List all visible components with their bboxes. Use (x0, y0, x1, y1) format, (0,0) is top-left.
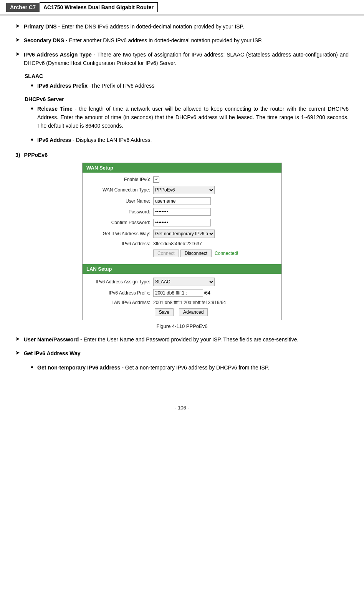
primary-dns-text: Primary DNS - Enter the DNS IPv6 address… (24, 22, 349, 31)
ipv6-address-row: IPv6 Address: 3ffe::dd58:46eb:22f:637 (89, 241, 275, 246)
secondary-dns-bold: Secondary DNS (24, 37, 64, 43)
ipv6-assign-type-text: IPv6 Address Assign Type - There are two… (24, 50, 349, 68)
release-time-bold: Release Time (37, 106, 73, 112)
primary-dns-item: ➤ Primary DNS - Enter the DNS IPv6 addre… (15, 22, 349, 31)
wan-setup-header: WAN Setup (83, 163, 281, 173)
ipv6-address-bold: IPv6 Address (37, 137, 71, 143)
get-non-temporary-item: • Get non-temporary IPv6 address - Get a… (31, 363, 349, 373)
bullet-arrow: ➤ (15, 23, 20, 29)
page-title: AC1750 Wireless Dual Band Gigabit Router (40, 2, 158, 12)
wan-setup-container: WAN Setup Enable IPv6: ✓ WAN Connection … (82, 163, 282, 320)
connect-buttons-row: Connect Disconnect Connected! (89, 250, 275, 257)
lan-address-prefix-input[interactable] (153, 289, 203, 297)
ipv6-address-value: 3ffe::dd58:46eb:22f:637 (153, 241, 202, 246)
release-time-item: • Release Time - the length of time a ne… (31, 105, 349, 130)
get-ipv6-way-select[interactable]: Get non-temporary IPv6 address (153, 230, 215, 238)
get-ipv6-way-item: ➤ Get IPv6 Address Way (15, 349, 349, 358)
confirm-password-value (153, 219, 211, 226)
ipv6-address-static: 3ffe::dd58:46eb:22f:637 (153, 241, 202, 246)
lan-ipv6-address-value: 2001:db8:ffff:1:20a:ebff:fe13:919/64 (153, 300, 226, 305)
secondary-dns-text: Secondary DNS - Enter another DNS IPv6 a… (24, 36, 349, 45)
get-ipv6-way-row: Get IPv6 Address Way: Get non-temporary … (89, 230, 275, 238)
page-header: Archer C7 AC1750 Wireless Dual Band Giga… (0, 0, 364, 15)
enable-ipv6-row: Enable IPv6: ✓ (89, 176, 275, 183)
connect-button[interactable]: Connect (153, 250, 179, 257)
ipv6-address-text: IPv6 Address - Displays the LAN IPv6 Add… (37, 136, 349, 144)
get-non-temporary-text: Get non-temporary IPv6 address - Get a n… (37, 363, 349, 372)
connect-buttons: Connect Disconnect Connected! (153, 250, 238, 257)
lan-assign-type-value: SLAAC (153, 278, 215, 286)
password-value (153, 208, 211, 216)
section3-title: PPPoEv6 (24, 152, 47, 158)
wan-connection-type-row: WAN Connection Type: PPPoEv6 (89, 186, 275, 194)
ipv6-address-item: • IPv6 Address - Displays the LAN IPv6 A… (31, 136, 349, 145)
disconnect-button[interactable]: Disconnect (180, 250, 212, 257)
advanced-button[interactable]: Advanced (179, 308, 208, 316)
dot-bullet-4: • (31, 362, 33, 373)
user-name-password-text: User Name/Password - Enter the User Name… (24, 335, 349, 344)
lan-address-prefix-value: /64 (153, 289, 210, 297)
slaac-header: SLAAC (25, 73, 349, 79)
dot-bullet-2: • (31, 103, 33, 114)
release-time-text: Release Time - the length of time a netw… (37, 105, 349, 130)
bullet-arrow-5: ➤ (15, 349, 20, 356)
lan-setup-header: LAN Setup (83, 264, 281, 274)
confirm-password-label: Confirm Password: (89, 220, 150, 225)
figure-caption: Figure 4-110 PPPoEv6 (15, 323, 349, 329)
enable-ipv6-value: ✓ (153, 176, 159, 183)
section3-header: 3) PPPoEv6 (15, 152, 349, 158)
lan-assign-type-row: IPv6 Address Assign Type: SLAAC (89, 278, 275, 286)
get-ipv6-way-bold: Get IPv6 Address Way (24, 350, 81, 356)
slaac-prefix-text: IPv6 Address Prefix -The Prefix of IPv6 … (37, 82, 349, 90)
bullet-arrow-3: ➤ (15, 51, 20, 57)
wan-connection-type-label: WAN Connection Type: (89, 187, 150, 193)
lan-address-prefix-label: IPv6 Address Prefix: (89, 290, 150, 296)
primary-dns-bold: Primary DNS (24, 23, 57, 30)
page-number: - 106 - (175, 405, 189, 411)
ipv6-assign-type-item: ➤ IPv6 Address Assign Type - There are t… (15, 50, 349, 68)
dot-bullet-1: • (31, 80, 33, 91)
lan-address-prefix-suffix: /64 (204, 290, 210, 296)
get-ipv6-way-label: Get IPv6 Address Way: (89, 231, 150, 236)
slaac-prefix-bold: IPv6 Address Prefix (37, 83, 88, 89)
lan-assign-type-select[interactable]: SLAAC (153, 278, 215, 286)
password-row: Password: (89, 208, 275, 216)
lan-ipv6-address-static: 2001:db8:ffff:1:20a:ebff:fe13:919/64 (153, 300, 226, 305)
connected-label: Connected! (215, 251, 238, 256)
user-name-password-item: ➤ User Name/Password - Enter the User Na… (15, 335, 349, 344)
enable-ipv6-checkbox[interactable]: ✓ (153, 176, 159, 183)
bullet-arrow-4: ➤ (15, 336, 20, 342)
get-ipv6-way-value: Get non-temporary IPv6 address (153, 230, 215, 238)
wan-connection-type-select[interactable]: PPPoEv6 (153, 186, 215, 194)
get-non-temporary-bold: Get non-temporary IPv6 address (37, 364, 120, 371)
page-footer: - 106 - (0, 405, 364, 411)
bottom-buttons-row: Save Advanced (89, 308, 275, 316)
section3-num: 3) (15, 152, 20, 158)
lan-ipv6-address-label: LAN IPv6 Address: (89, 300, 150, 305)
lan-address-prefix-row: IPv6 Address Prefix: /64 (89, 289, 275, 297)
confirm-password-row: Confirm Password: (89, 219, 275, 226)
lan-assign-type-label: IPv6 Address Assign Type: (89, 279, 150, 285)
username-label: User Name: (89, 198, 150, 204)
dhcpv6-header: DHCPv6 Server (25, 96, 349, 102)
ipv6-address-label: IPv6 Address: (89, 241, 150, 246)
lan-ipv6-address-row: LAN IPv6 Address: 2001:db8:ffff:1:20a:eb… (89, 300, 275, 305)
enable-ipv6-label: Enable IPv6: (89, 177, 150, 182)
user-name-password-bold: User Name/Password (24, 336, 79, 343)
save-button[interactable]: Save (155, 308, 174, 316)
bullet-arrow-2: ➤ (15, 37, 20, 43)
username-value (153, 197, 211, 205)
password-input[interactable] (153, 208, 211, 216)
ipv6-assign-type-bold: IPv6 Address Assign Type (24, 52, 92, 58)
secondary-dns-item: ➤ Secondary DNS - Enter another DNS IPv6… (15, 36, 349, 45)
lan-setup-body: IPv6 Address Assign Type: SLAAC IPv6 Add… (83, 274, 281, 320)
wan-connection-type-value: PPPoEv6 (153, 186, 215, 194)
confirm-password-input[interactable] (153, 219, 211, 226)
wan-setup-body: Enable IPv6: ✓ WAN Connection Type: PPPo… (83, 173, 281, 264)
get-ipv6-way-text: Get IPv6 Address Way (24, 349, 349, 358)
password-label: Password: (89, 209, 150, 215)
username-input[interactable] (153, 197, 211, 205)
product-name: Archer C7 (6, 3, 40, 12)
slaac-prefix-item: • IPv6 Address Prefix -The Prefix of IPv… (31, 82, 349, 91)
page-content: ➤ Primary DNS - Enter the DNS IPv6 addre… (0, 22, 364, 393)
